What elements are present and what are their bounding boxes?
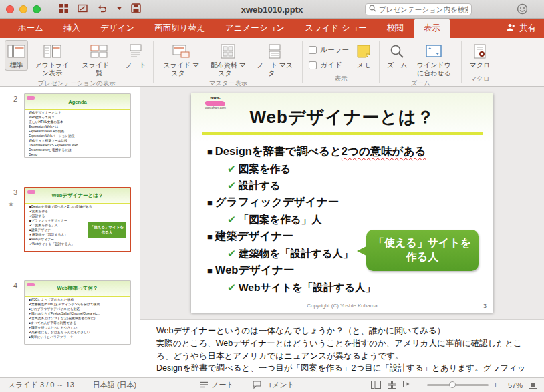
normal-view-status-icon[interactable] xyxy=(371,381,381,390)
notes-page-button[interactable]: ノート xyxy=(123,40,148,71)
tab-insert[interactable]: 挿入 xyxy=(53,19,90,38)
notes-pane[interactable]: Webデザイナーというのは一体なんでしょうか？（と、誰かに聞いてみる） 実際のと… xyxy=(140,319,544,377)
guides-checkbox[interactable]: ガイド xyxy=(309,61,349,70)
slide-master-button[interactable]: スライド マスター xyxy=(158,40,204,79)
slide-thumbnail-4[interactable]: Web標準って何？ ■W3Cによって定められた規格✔文書構造(HTML)とデザイ… xyxy=(24,280,131,345)
thumb-body: ■W3Cによって定められた規格✔文書構造(HTML)とデザイン(CSS)を分けて… xyxy=(25,297,130,340)
macro-button[interactable]: マクロ xyxy=(466,40,493,71)
group-master-views: スライド マスター 配布資料 マスター ノート マスター マスター表示 xyxy=(154,38,302,86)
title-underline xyxy=(202,132,483,135)
slide-sorter-icon xyxy=(90,41,108,61)
thumb-title: Web標準って何？ xyxy=(57,285,98,292)
bullet-line: ■Designを辞書で調べると2つの意味がある xyxy=(207,143,487,160)
comments-toggle[interactable]: コメント xyxy=(253,380,295,390)
zoom-in-icon[interactable]: + xyxy=(493,381,498,389)
slide-thumbnail-3[interactable]: Webデザイナーとは？ ■Designを辞書で調べると2つの意味がある✔図案を作… xyxy=(24,187,131,252)
slide-copyright: Copyright (C) Yoshie Kohama xyxy=(191,303,493,309)
feedback-smiley-icon[interactable] xyxy=(517,3,528,17)
titlebar: xweb1010.pptx xyxy=(0,0,544,19)
transition-star-icon: ★ xyxy=(8,200,14,208)
zoom-icon xyxy=(389,41,405,61)
zoom-control: − + xyxy=(418,381,498,389)
thumb-logo-mark xyxy=(27,96,35,100)
thumb-logo-mark xyxy=(27,190,35,194)
memo-icon xyxy=(356,41,372,61)
slideshow-status-icon[interactable] xyxy=(403,381,412,390)
macro-icon xyxy=(472,41,487,61)
notes-master-button[interactable]: ノート マスター xyxy=(252,40,297,79)
zoom-slider[interactable] xyxy=(427,384,489,386)
slide-page-number: 3 xyxy=(483,303,487,309)
normal-view-button[interactable]: 標準 xyxy=(5,40,28,71)
fit-slide-icon[interactable] xyxy=(529,381,537,390)
tab-transitions[interactable]: 画面切り替え xyxy=(144,19,215,38)
close-button[interactable] xyxy=(6,5,14,13)
maximize-button[interactable] xyxy=(33,5,41,13)
slide-title[interactable]: Webデザイナーとは？ xyxy=(191,106,493,129)
slide-canvas-area: www. wasichan.com Webデザイナーとは？ ■Designを辞書… xyxy=(140,87,544,319)
fit-to-window-icon xyxy=(425,41,442,61)
memo-button[interactable]: メモ xyxy=(353,40,374,71)
language-indicator[interactable]: 日本語 (日本) xyxy=(93,380,136,390)
zoom-out-icon[interactable]: − xyxy=(418,381,424,389)
slide-sorter-status-icon[interactable] xyxy=(388,381,396,390)
slide-number: 2 xyxy=(5,95,17,103)
slide-indicator: スライド 3 / 0 ～ 13 xyxy=(8,380,74,390)
share-button[interactable]: 共有 xyxy=(506,19,536,38)
save-icon[interactable] xyxy=(131,3,141,13)
undo-icon[interactable] xyxy=(97,4,108,13)
group-presentation-views: 標準 アウトライン表示 スライド一覧 ノート プレゼンテーションの表示 xyxy=(0,38,153,86)
tab-animations[interactable]: アニメーション xyxy=(215,19,295,38)
bullet-line: ✔「図案を作る」人 xyxy=(207,211,487,228)
handout-master-button[interactable]: 配布資料 マスター xyxy=(205,40,251,79)
zoom-percent[interactable]: 57% xyxy=(504,381,523,389)
bullet-line: ✔設計する xyxy=(207,177,487,194)
thumb-title: Webデザイナーとは？ xyxy=(52,192,104,199)
group-zoom: ズーム ウインドウに合わせる ズーム xyxy=(380,38,461,86)
notes-page-icon xyxy=(128,41,144,61)
notes-text[interactable]: Webデザイナーというのは一体なんでしょうか？（と、誰かに聞いてみる） 実際のと… xyxy=(156,325,532,377)
slide-editor[interactable]: www. wasichan.com Webデザイナーとは？ ■Designを辞書… xyxy=(191,93,493,313)
document-title: xweb1010.pptx xyxy=(241,5,303,15)
thumb-body: Webデザイナーとは？Web標準って何？正しいHTML文書の基本Expressi… xyxy=(25,110,130,158)
group-macro: マクロ マクロ xyxy=(462,38,497,86)
thumb-callout: 「使える」サイトを 作る人 xyxy=(88,222,126,238)
search-icon xyxy=(369,5,376,14)
slide-body-textbox[interactable]: ■Designを辞書で調べると2つの意味がある ✔図案を作る ✔設計する ■グラ… xyxy=(207,143,487,296)
slide-thumbnail-pane: 2 Agenda Webデザイナーとは？Web標準って何？正しいHTML文書の基… xyxy=(0,87,140,377)
notes-lines-icon xyxy=(200,381,208,389)
redo-menu-icon[interactable] xyxy=(116,6,122,11)
slide-thumbnail-2[interactable]: Agenda Webデザイナーとは？Web標準って何？正しいHTML文書の基本E… xyxy=(24,93,131,158)
tab-review[interactable]: 校閲 xyxy=(377,19,414,38)
comment-bubble-icon xyxy=(253,381,261,390)
zoom-button[interactable]: ズーム xyxy=(384,40,410,71)
group-label-macro: マクロ xyxy=(466,74,493,86)
bullet-line: ■グラフィックデザイナー xyxy=(207,194,487,211)
tab-slideshow[interactable]: スライド ショー xyxy=(295,19,377,38)
fit-to-window-button[interactable]: ウインドウに合わせる xyxy=(411,40,456,79)
slide-sorter-button[interactable]: スライド一覧 xyxy=(76,40,122,79)
grid-icon[interactable] xyxy=(59,3,69,13)
quick-access-toolbar xyxy=(59,3,141,13)
ruler-checkbox[interactable]: ルーラー xyxy=(309,45,349,55)
search-input[interactable] xyxy=(379,5,468,13)
callout-shape[interactable]: 「使える」サイトを 作る人 xyxy=(366,230,479,271)
outline-view-icon xyxy=(43,41,61,61)
group-label-show: 表示 xyxy=(307,74,374,86)
zoom-slider-thumb[interactable] xyxy=(449,381,456,388)
bullet-line: ✔図案を作る xyxy=(207,160,487,177)
bullet-line: ✔Webサイトを「設計する人」 xyxy=(207,279,487,296)
thumb-title: Agenda xyxy=(68,99,87,105)
statusbar: スライド 3 / 0 ～ 13 日本語 (日本) ノート コメント − + 57… xyxy=(0,377,544,392)
slide-number: 3 xyxy=(5,188,17,196)
minimize-button[interactable] xyxy=(19,5,27,13)
ribbon: 標準 アウトライン表示 スライド一覧 ノート プレゼンテーションの表示 スライド… xyxy=(0,38,544,87)
tab-view[interactable]: 表示 xyxy=(414,19,450,38)
search-box[interactable] xyxy=(365,3,472,15)
person-icon xyxy=(506,23,515,34)
tab-home[interactable]: ホーム xyxy=(8,19,53,38)
tab-design[interactable]: デザイン xyxy=(90,19,144,38)
outline-view-button[interactable]: アウトライン表示 xyxy=(29,40,75,79)
notes-toggle[interactable]: ノート xyxy=(200,380,234,390)
new-slide-icon[interactable] xyxy=(78,4,88,13)
